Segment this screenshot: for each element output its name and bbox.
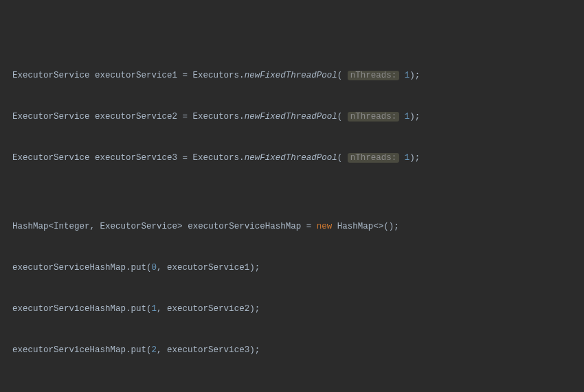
method-name: newFixedThreadPool <box>245 71 337 80</box>
lparen: ( <box>146 263 152 273</box>
param-hint: nThreads: <box>348 153 400 163</box>
code-line[interactable]: ExecutorService executorService1 = Execu… <box>12 69 572 82</box>
semicolon: ; <box>415 71 420 80</box>
param-hint: nThreads: <box>348 112 400 122</box>
dot: . <box>126 263 131 273</box>
semicolon: ; <box>415 153 420 163</box>
lparen: ( <box>337 112 343 122</box>
dot: . <box>239 71 245 80</box>
lt: < <box>49 222 54 231</box>
assign: = <box>177 112 193 122</box>
var-name: executorService3 <box>167 345 249 355</box>
var-name: executorService1 <box>95 71 177 80</box>
lparen: ( <box>337 153 343 163</box>
code-line[interactable]: ExecutorService executorService2 = Execu… <box>12 110 572 124</box>
code-line[interactable]: executorServiceHashMap.put(0, executorSe… <box>12 261 572 275</box>
dot: . <box>239 153 245 163</box>
dot: . <box>126 304 131 314</box>
type-name: Executors <box>193 153 240 163</box>
method-name: put <box>131 345 147 355</box>
lparen: ( <box>146 345 152 355</box>
space <box>332 222 337 231</box>
rparen: ) <box>409 153 415 163</box>
type-name: ExecutorService <box>12 71 90 80</box>
number-literal: 2 <box>152 345 157 355</box>
rparen: ) <box>409 112 415 122</box>
rparen: ) <box>249 345 255 355</box>
var-name: executorServiceHashMap <box>12 304 126 314</box>
keyword-new: new <box>317 222 333 231</box>
method-name: put <box>131 304 147 314</box>
code-line[interactable]: HashMap<Integer, ExecutorService> execut… <box>12 220 572 233</box>
semicolon: ; <box>255 304 260 314</box>
space <box>90 112 96 122</box>
type-name: ExecutorService <box>12 112 90 122</box>
semicolon: ; <box>255 263 260 273</box>
method-name: put <box>131 263 147 273</box>
type-name: ExecutorService <box>100 222 178 231</box>
semicolon: ; <box>394 222 399 231</box>
lparen: ( <box>146 304 152 314</box>
blank-line[interactable] <box>12 178 572 192</box>
var-name: executorService2 <box>167 304 249 314</box>
code-line[interactable]: executorServiceHashMap.put(1, executorSe… <box>12 302 572 316</box>
param-hint: nThreads: <box>348 71 400 80</box>
type-name: Executors <box>193 112 240 122</box>
var-name: executorService1 <box>167 263 249 273</box>
semicolon: ; <box>255 345 260 355</box>
type-name: HashMap <box>337 222 374 231</box>
blank-line[interactable] <box>12 371 572 384</box>
comma: , <box>157 345 167 355</box>
space <box>183 222 188 231</box>
semicolon: ; <box>415 112 420 122</box>
number-literal: 1 <box>152 304 157 314</box>
assign: = <box>177 153 193 163</box>
lparen: ( <box>337 71 343 80</box>
comma: , <box>90 222 100 231</box>
type-name: ExecutorService <box>12 153 90 163</box>
var-name: executorServiceHashMap <box>188 222 301 231</box>
rparen: ) <box>249 304 255 314</box>
space <box>90 71 96 80</box>
gt: > <box>177 222 183 231</box>
comma: , <box>157 263 167 273</box>
type-name: Integer <box>54 222 90 231</box>
dot: . <box>239 112 245 122</box>
type-name: HashMap <box>12 222 49 231</box>
code-line[interactable]: ExecutorService executorService3 = Execu… <box>12 151 572 165</box>
method-name: newFixedThreadPool <box>245 153 337 163</box>
assign: = <box>177 71 193 80</box>
space <box>90 153 96 163</box>
var-name: executorService3 <box>95 153 177 163</box>
rparen: ) <box>249 263 255 273</box>
number-literal: 0 <box>152 263 157 273</box>
var-name: executorService2 <box>95 112 177 122</box>
type-name: Executors <box>193 71 240 80</box>
assign: = <box>301 222 317 231</box>
method-name: newFixedThreadPool <box>245 112 337 122</box>
code-line[interactable]: executorServiceHashMap.put(2, executorSe… <box>12 343 572 357</box>
comma: , <box>157 304 167 314</box>
diamond: <>() <box>373 222 394 231</box>
rparen: ) <box>409 71 415 80</box>
dot: . <box>126 345 131 355</box>
var-name: executorServiceHashMap <box>12 263 126 273</box>
var-name: executorServiceHashMap <box>12 345 126 355</box>
